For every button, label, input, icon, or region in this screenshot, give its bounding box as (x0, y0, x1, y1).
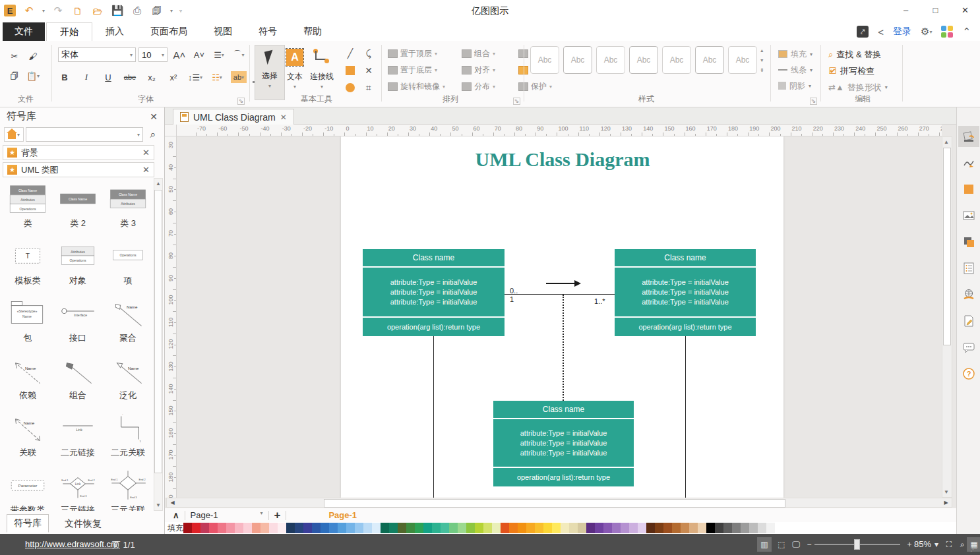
undo-dropdown-icon[interactable]: ▾ (42, 8, 45, 14)
palette-swatch[interactable] (526, 523, 535, 533)
panel-tab-0[interactable]: 符号库 (7, 514, 49, 533)
arc-shape-icon[interactable]: ⤹ (360, 46, 377, 61)
palette-swatch[interactable] (569, 523, 578, 533)
page-select[interactable]: Page-1▾ (191, 510, 263, 520)
find-replace-button[interactable]: ⌕查找 & 替换 (828, 46, 888, 63)
palette-swatch[interactable] (303, 523, 312, 533)
scroll-down-icon[interactable]: ▼ (942, 487, 950, 497)
symbol-template[interactable]: T模板类 (3, 235, 53, 293)
help-icon[interactable]: ? (958, 363, 979, 384)
note-list-icon[interactable] (958, 258, 979, 279)
qat-dropdown-icon[interactable]: ▾ (170, 8, 173, 14)
arrange-item[interactable]: 置于顶层▾ (388, 45, 462, 61)
pencil-shape-icon[interactable]: ✕ (360, 63, 377, 78)
login-link[interactable]: 登录 (893, 26, 911, 38)
format-dialog-launcher-icon[interactable]: ⇘ (810, 98, 817, 105)
styles-down-icon[interactable]: ▾ (760, 57, 763, 63)
style-preset[interactable]: Abc (728, 46, 757, 74)
increase-font-icon[interactable]: A˄ (171, 47, 187, 62)
connector-line[interactable] (685, 336, 686, 498)
symbol-search-input[interactable]: ▾ (26, 127, 143, 142)
style-preset[interactable]: Abc (629, 46, 658, 74)
palette-swatch[interactable] (415, 523, 423, 533)
maximize-button[interactable]: □ (921, 0, 950, 20)
edit-document-icon[interactable] (958, 310, 979, 332)
palette-swatch[interactable] (183, 523, 192, 533)
palette-swatch[interactable] (715, 523, 723, 533)
uml-class-shape[interactable]: Class nameattribute:Type = initialValuea… (493, 401, 634, 486)
palette-swatch[interactable] (595, 523, 603, 533)
palette-swatch[interactable] (398, 523, 406, 533)
line-spacing-icon[interactable]: ↕☰▾ (187, 70, 203, 84)
palette-swatch[interactable] (278, 523, 286, 533)
symbol-class1[interactable]: Class Name类 2 (53, 178, 103, 235)
add-page-button[interactable]: + (274, 509, 281, 522)
settings-gear-icon[interactable]: ⚙▾ (921, 26, 932, 38)
picture-icon[interactable] (958, 205, 979, 226)
undo-icon[interactable]: ↶ (22, 4, 36, 17)
palette-swatch[interactable] (612, 523, 621, 533)
palette-swatch[interactable] (732, 523, 741, 533)
palette-swatch[interactable] (372, 523, 381, 533)
open-file-icon[interactable]: 🗁 (91, 4, 104, 17)
symbol-binary-link[interactable]: Link二元链接 (53, 407, 103, 465)
copy-icon[interactable]: 🗍 (7, 69, 22, 83)
palette-swatch[interactable] (483, 523, 492, 533)
connector-line[interactable] (433, 336, 434, 498)
tab-0[interactable]: 开始 (46, 22, 92, 41)
symbol-package[interactable]: «Stereotype»Name包 (3, 293, 53, 350)
palette-swatch[interactable] (252, 523, 260, 533)
font-size-select[interactable]: 10▾ (138, 47, 168, 62)
style-preset[interactable]: Abc (530, 46, 559, 74)
palette-swatch[interactable] (286, 523, 295, 533)
zoom-slider-thumb[interactable] (854, 539, 860, 550)
app-logo-icon[interactable]: E (4, 5, 16, 16)
rectangle-shape-icon[interactable] (342, 63, 359, 78)
arrange-item[interactable]: 旋转和镜像▾ (388, 78, 462, 94)
palette-swatch[interactable] (766, 523, 775, 533)
align-text-icon[interactable]: ☰▾ (211, 47, 227, 62)
palette-swatch[interactable] (243, 523, 252, 533)
symbol-parameter[interactable]: Parameter带参数类 (3, 465, 53, 511)
palette-swatch[interactable] (295, 523, 303, 533)
selection-mode-icon[interactable]: ⬚ (774, 537, 789, 552)
uml-class-shape[interactable]: Class nameattribute:Type = initialValuea… (363, 249, 505, 336)
pagebar-collapse-icon[interactable]: ∧ (173, 510, 179, 520)
palette-swatch[interactable] (432, 523, 441, 533)
symbol-object[interactable]: AttributesOperations对象 (53, 235, 103, 293)
line-shape-icon[interactable]: ╱ (342, 46, 359, 61)
style-preset[interactable]: Abc (695, 46, 724, 74)
zoom-level[interactable]: 85% (914, 539, 931, 549)
panel-scrollbar[interactable]: ▲ ▼ (154, 178, 163, 511)
palette-swatch[interactable] (423, 523, 432, 533)
arrange-item[interactable]: 分布▾ (462, 78, 518, 94)
symbol-item[interactable]: Operations项 (103, 235, 153, 293)
palette-swatch[interactable] (535, 523, 543, 533)
dashed-connector-line[interactable] (563, 295, 564, 401)
palette-swatch[interactable] (655, 523, 663, 533)
tab-4[interactable]: 符号 (245, 22, 290, 41)
tab-5[interactable]: 帮助 (290, 22, 335, 41)
palette-swatch[interactable] (663, 523, 672, 533)
document-tab-close-icon[interactable]: ✕ (280, 113, 287, 122)
bold-icon[interactable]: B (57, 70, 73, 84)
style-preset[interactable]: Abc (563, 46, 592, 74)
fit-page-icon[interactable]: ⛶ (942, 537, 956, 552)
scroll-down-icon[interactable]: ▼ (154, 500, 162, 510)
scroll-right-icon[interactable]: ▶ (941, 498, 951, 507)
section-close-icon[interactable]: ✕ (142, 148, 150, 158)
symbol-dependency[interactable]: Name依赖 (3, 350, 53, 407)
palette-swatch[interactable] (441, 523, 449, 533)
brand-pinwheel-icon[interactable] (941, 26, 953, 38)
palette-swatch[interactable] (269, 523, 278, 533)
arrange-item[interactable]: 对齐▾ (462, 62, 518, 78)
decrease-font-icon[interactable]: A˅ (191, 47, 207, 62)
scrollbar-thumb[interactable] (154, 190, 162, 473)
palette-swatch[interactable] (672, 523, 681, 533)
palette-swatch[interactable] (355, 523, 363, 533)
drawing-viewport[interactable]: UML Class Diagram Class nameattribute:Ty… (177, 136, 942, 498)
strikethrough-icon[interactable]: abe (122, 70, 138, 84)
scroll-up-icon[interactable]: ▲ (942, 137, 950, 147)
palette-swatch[interactable] (466, 523, 475, 533)
palette-swatch[interactable] (552, 523, 561, 533)
